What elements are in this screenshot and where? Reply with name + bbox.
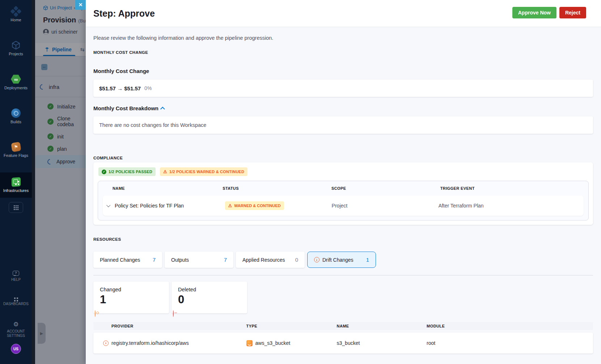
policies-passed-label: 1/2 POLICIES PASSED xyxy=(109,170,152,174)
sidebar-item-dashboards[interactable]: DASHBOARDS xyxy=(0,294,32,310)
cost-change-percent: 0% xyxy=(144,85,152,91)
builds-icon xyxy=(11,108,21,118)
drift-summary-cards: Changed 1 Deleted 0 xyxy=(93,282,593,313)
changed-count: 1 xyxy=(100,294,163,305)
resource-tab-label: Planned Changes xyxy=(100,257,140,263)
sidebar-item-label: Builds xyxy=(10,120,21,124)
resource-tab-label: Drift Changes xyxy=(322,257,354,263)
deleted-summary-card: Deleted 0 xyxy=(172,282,247,313)
dashboards-icon xyxy=(14,297,16,299)
cost-change-heading: Monthly Cost Change xyxy=(93,68,593,74)
resources-section-label: RESOURCES xyxy=(93,237,593,241)
policy-trigger-event: After Terraform Plan xyxy=(439,203,584,209)
compliance-card: 1/2 POLICIES PASSED 1/2 POLICIES WARNED … xyxy=(93,162,593,225)
reject-button[interactable]: Reject xyxy=(559,7,586,18)
column-header: PROVIDER xyxy=(93,324,246,328)
sidebar-item-account-settings[interactable]: ⚙ ACCOUNT SETTINGS xyxy=(0,318,32,342)
module-picker-button[interactable] xyxy=(9,202,23,213)
policy-table: NAME STATUS SCOPE TRIGGER EVENT Policy S… xyxy=(98,181,589,220)
resource-tab-label: Applied Resources xyxy=(242,257,285,263)
column-header: NAME xyxy=(98,186,223,190)
resource-tab-count: 7 xyxy=(224,257,227,263)
warning-icon xyxy=(228,204,232,208)
chevron-up-icon xyxy=(160,107,165,111)
column-header: SCOPE xyxy=(331,186,440,190)
sidebar-item-infrastructures[interactable]: Infrastructures xyxy=(0,172,32,198)
tab-applied-resources[interactable]: Applied Resources 0 xyxy=(236,252,305,268)
close-icon xyxy=(79,2,83,8)
approve-step-drawer: Step: Approve Approve Now Reject Please … xyxy=(86,0,601,364)
column-header: NAME xyxy=(337,324,427,328)
cost-change-card: $51.57 → $51.57 0% xyxy=(93,80,593,97)
help-chat-icon: ? xyxy=(13,271,19,276)
sidebar-item-builds[interactable]: Builds xyxy=(0,105,32,128)
sidebar-item-projects[interactable]: Projects xyxy=(0,37,32,60)
sidebar-item-label: Projects xyxy=(9,52,23,56)
sidebar-item-label: HELP xyxy=(11,278,21,282)
policy-table-header: NAME STATUS SCOPE TRIGGER EVENT xyxy=(98,181,588,196)
drift-info-icon xyxy=(314,257,319,262)
sidebar-item-help[interactable]: ? HELP xyxy=(0,267,32,286)
resource-tabs: Planned Changes 7 Outputs 7 Applied Reso… xyxy=(93,252,593,268)
drift-module: root xyxy=(427,340,593,346)
warned-continued-badge: WARNED & CONTINUED xyxy=(225,201,284,210)
drift-table-row[interactable]: registry.terraform.io/hashicorp/aws aws_… xyxy=(93,333,593,354)
policy-set-name: Policy Set: Policies for TF Plan xyxy=(115,203,184,209)
left-nav-sidebar: Home Projects ∞ Deployments Builds ⚑ Fea… xyxy=(0,0,32,364)
drawer-title: Step: Approve xyxy=(93,8,155,19)
sidebar-item-label: Infrastructures xyxy=(3,188,29,193)
resource-tab-count: 1 xyxy=(366,257,369,263)
column-header: MODULE xyxy=(427,324,593,328)
policy-table-row[interactable]: Policy Set: Policies for TF Plan WARNED … xyxy=(103,196,584,216)
background-page: Uri Project › Pipeli Provision(Build uri… xyxy=(32,0,86,364)
sidebar-item-home[interactable]: Home xyxy=(0,3,32,26)
drift-table-header: PROVIDER TYPE NAME MODULE xyxy=(93,322,593,330)
sidebar-item-label: ACCOUNT SETTINGS xyxy=(5,329,27,338)
changed-label: Changed xyxy=(100,287,163,292)
user-avatar[interactable]: US xyxy=(11,344,21,354)
policies-passed-badge: 1/2 POLICIES PASSED xyxy=(98,167,156,176)
policies-warned-label: 1/2 POLICIES WARNED & CONTINUED xyxy=(169,170,244,174)
aws-provider-icon xyxy=(246,340,253,346)
cost-breakdown-empty-text: There are no cost changes for this Works… xyxy=(99,122,206,128)
cost-section-label: MONTHLY COST CHANGE xyxy=(93,50,593,55)
feature-flags-icon: ⚑ xyxy=(11,142,21,152)
tab-drift-changes[interactable]: Drift Changes 1 xyxy=(307,252,376,268)
column-header: STATUS xyxy=(223,186,331,190)
grid-icon xyxy=(14,205,15,206)
cost-breakdown-empty-card: There are no cost changes for this Works… xyxy=(93,116,593,134)
sidebar-item-label: Feature Flags xyxy=(4,153,28,158)
divider xyxy=(93,275,593,275)
sidebar-item-label: DASHBOARDS xyxy=(3,302,29,306)
drift-provider: registry.terraform.io/hashicorp/aws xyxy=(111,340,189,346)
changed-summary-card: Changed 1 xyxy=(93,282,169,313)
drift-info-icon xyxy=(103,341,109,346)
deleted-minus-icon xyxy=(173,310,174,317)
sidebar-item-feature-flags[interactable]: ⚑ Feature Flags xyxy=(0,139,32,161)
cost-breakdown-toggle[interactable]: Monthly Cost Breakdown xyxy=(93,105,593,111)
deleted-label: Deleted xyxy=(178,287,241,292)
infrastructures-icon xyxy=(12,177,21,187)
column-header: TYPE xyxy=(246,324,337,328)
close-drawer-button[interactable] xyxy=(75,0,86,10)
gear-icon: ⚙ xyxy=(13,321,18,327)
chevron-down-icon[interactable] xyxy=(106,203,110,207)
deleted-count: 0 xyxy=(178,294,241,305)
check-icon xyxy=(102,170,106,174)
resource-tab-label: Outputs xyxy=(171,257,189,263)
status-badge-label: WARNED & CONTINUED xyxy=(234,204,280,208)
tab-planned-changes[interactable]: Planned Changes 7 xyxy=(93,252,162,268)
sidebar-item-label: Deployments xyxy=(4,86,27,90)
sidebar-item-deployments[interactable]: ∞ Deployments xyxy=(0,71,32,94)
drift-type: aws_s3_bucket xyxy=(255,340,291,346)
warning-icon xyxy=(163,170,167,174)
sidebar-item-label: Home xyxy=(10,18,21,22)
tab-outputs[interactable]: Outputs 7 xyxy=(165,252,233,268)
header-actions: Approve Now Reject xyxy=(512,7,586,18)
drawer-body: Please review the following information … xyxy=(86,27,601,364)
cost-change-value: $51.57 → $51.57 xyxy=(99,85,141,91)
cost-breakdown-heading: Monthly Cost Breakdown xyxy=(93,105,158,111)
approve-now-button[interactable]: Approve Now xyxy=(512,7,556,18)
modal-dim-overlay xyxy=(32,0,86,364)
resource-tab-count: 7 xyxy=(153,257,156,263)
